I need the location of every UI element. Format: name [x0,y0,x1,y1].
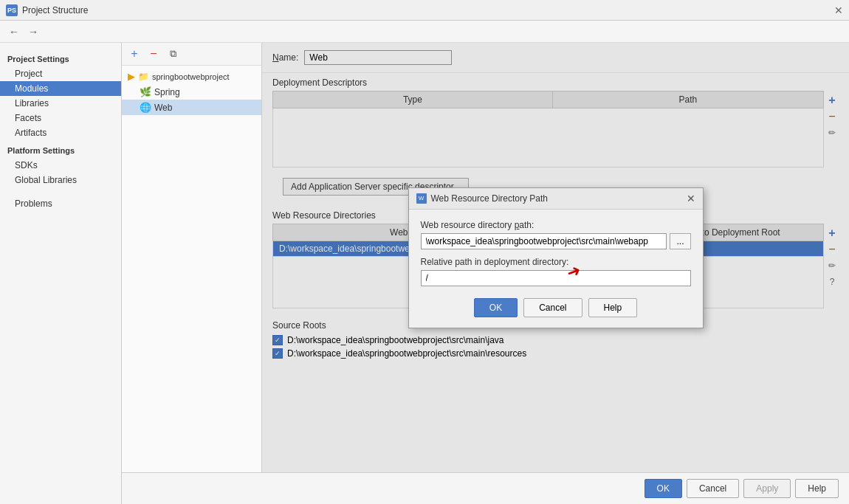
cancel-button[interactable]: Cancel [687,479,739,498]
bottom-bar: OK Cancel Apply Help [122,472,849,504]
add-module-button[interactable]: + [126,46,142,62]
modal-title-bar: W Web Resource Directory Path ✕ [409,188,703,210]
modal-cancel-button[interactable]: Cancel [523,298,582,317]
modal-path-label: Web resource directory path: [421,220,691,230]
forward-button[interactable]: → [25,24,41,40]
modal-icon: W [416,193,427,204]
tree-project-label: springbootwebproject [152,72,230,81]
folder-name-icon: 📁 [138,72,149,82]
sidebar-item-libraries[interactable]: Libraries [0,96,121,111]
modal-buttons: OK Cancel Help [421,294,691,317]
tree-item-web[interactable]: 🌐 Web [122,100,261,115]
window-close-button[interactable]: ✕ [834,4,843,16]
web-icon: 🌐 [140,102,151,113]
modal-browse-button[interactable]: ... [670,233,690,249]
sidebar-item-artifacts[interactable]: Artifacts [0,125,121,140]
modal-close-button[interactable]: ✕ [687,193,695,204]
modal-relative-input[interactable] [421,270,691,286]
modal-title: Web Resource Directory Path [431,193,549,204]
modal-path-input[interactable] [421,233,667,249]
content-area: Project Settings Project Modules Librari… [0,43,849,504]
tree-item-spring[interactable]: 🌿 Spring [122,84,261,100]
spring-icon: 🌿 [140,86,151,97]
platform-settings-label: Platform Settings [0,143,121,158]
modal-ok-button[interactable]: OK [474,298,518,317]
modal-overlay: W Web Resource Directory Path ✕ Web reso… [262,43,849,472]
right-panel: + − ⧉ ▶ 📁 springbootwebproject [122,43,849,504]
toolbar: ← → [0,21,849,43]
apply-button[interactable]: Apply [743,479,791,498]
folder-icon: ▶ [128,71,135,82]
sidebar-item-problems[interactable]: Problems [0,196,121,211]
copy-module-button[interactable]: ⧉ [165,46,181,62]
remove-module-button[interactable]: − [145,46,162,62]
project-settings-label: Project Settings [0,52,121,66]
tree-web-label: Web [154,103,172,113]
modal-body: Web resource directory path: ... Relativ… [409,210,703,328]
modal-relative-input-row [421,270,691,286]
back-button[interactable]: ← [6,24,22,40]
sidebar-item-facets[interactable]: Facets [0,111,121,125]
tree-spring-label: Spring [154,87,180,97]
window-title: Project Structure [22,5,88,15]
help-button[interactable]: Help [795,479,839,498]
modal-help-button[interactable]: Help [588,298,638,317]
title-bar: PS Project Structure ✕ [0,0,849,21]
sidebar: Project Settings Project Modules Librari… [0,43,122,504]
modal-dialog: W Web Resource Directory Path ✕ Web reso… [408,187,704,328]
main-container: ← → Project Settings Project Modules Lib… [0,21,849,504]
sidebar-item-sdks[interactable]: SDKs [0,158,121,173]
sidebar-item-modules[interactable]: Modules [0,81,121,96]
tree-item-project[interactable]: ▶ 📁 springbootwebproject [122,69,261,84]
ok-button[interactable]: OK [645,479,682,498]
app-icon: PS [6,4,18,16]
modal-relative-label: Relative path in deployment directory: [421,257,691,267]
sidebar-item-global-libraries[interactable]: Global Libraries [0,173,121,187]
modal-input-row: ... [421,233,691,249]
sidebar-item-project[interactable]: Project [0,66,121,81]
